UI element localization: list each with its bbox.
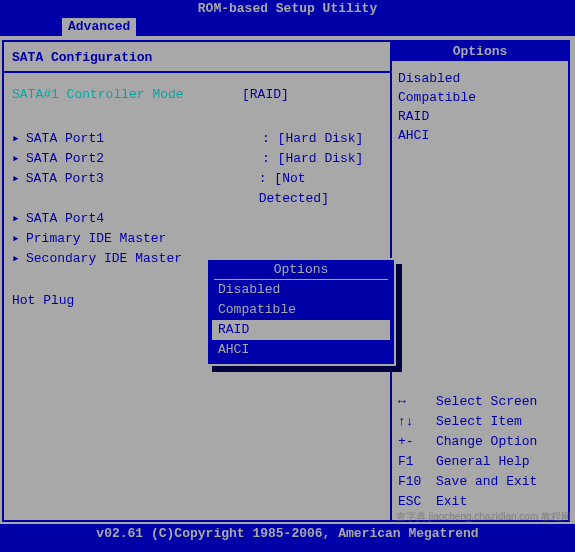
key-sym: ↔: [398, 392, 436, 412]
triangle-icon: ▸: [12, 229, 26, 249]
tab-row: Advanced: [0, 18, 575, 36]
key-row: F10Save and Exit: [398, 472, 562, 492]
port-label: SATA Port4: [26, 209, 262, 229]
key-row: ESCExit: [398, 492, 562, 512]
key-row: F1General Help: [398, 452, 562, 472]
triangle-icon: ▸: [12, 129, 26, 149]
sata-port2-row[interactable]: ▸ SATA Port2 : [Hard Disk]: [12, 149, 382, 169]
options-popup: Options Disabled Compatible RAID AHCI: [206, 258, 396, 366]
controller-mode-row[interactable]: SATA#1 Controller Mode [RAID]: [12, 85, 382, 105]
key-sym: +-: [398, 432, 436, 452]
divider: [4, 71, 390, 73]
triangle-icon: ▸: [12, 249, 26, 269]
key-row: ↔Select Screen: [398, 392, 562, 412]
help-option: Disabled: [398, 69, 562, 88]
triangle-icon: ▸: [12, 169, 26, 209]
port-label: Primary IDE Master: [26, 229, 262, 249]
controller-mode-label: SATA#1 Controller Mode: [12, 85, 242, 105]
port-list: ▸ SATA Port1 : [Hard Disk] ▸ SATA Port2 …: [12, 129, 382, 269]
key-row: ↑↓Select Item: [398, 412, 562, 432]
popup-option-ahci[interactable]: AHCI: [208, 340, 394, 360]
key-desc: Save and Exit: [436, 472, 537, 492]
key-sym: F1: [398, 452, 436, 472]
key-sym: ESC: [398, 492, 436, 512]
popup-title: Options: [214, 260, 388, 280]
port-label: SATA Port2: [26, 149, 262, 169]
port-value: : [Hard Disk]: [262, 129, 363, 149]
port-value: : [Not Detected]: [259, 169, 382, 209]
sata-port4-row[interactable]: ▸ SATA Port4: [12, 209, 382, 229]
primary-ide-row[interactable]: ▸ Primary IDE Master: [12, 229, 382, 249]
popup-option-raid[interactable]: RAID: [212, 320, 390, 340]
title-bar: ROM-based Setup Utility: [0, 0, 575, 18]
triangle-icon: ▸: [12, 149, 26, 169]
section-title: SATA Configuration: [12, 50, 382, 65]
sata-port1-row[interactable]: ▸ SATA Port1 : [Hard Disk]: [12, 129, 382, 149]
left-pane: SATA Configuration SATA#1 Controller Mod…: [2, 40, 392, 522]
help-option: RAID: [398, 107, 562, 126]
help-options-list: Disabled Compatible RAID AHCI: [398, 69, 562, 145]
watermark: 查字典 jiaocheng.chazidian.com 教程网: [396, 510, 571, 524]
help-option: AHCI: [398, 126, 562, 145]
sata-port3-row[interactable]: ▸ SATA Port3 : [Not Detected]: [12, 169, 382, 209]
popup-option-compatible[interactable]: Compatible: [208, 300, 394, 320]
port-value: : [Hard Disk]: [262, 149, 363, 169]
help-option: Compatible: [398, 88, 562, 107]
key-desc: Change Option: [436, 432, 537, 452]
key-desc: Exit: [436, 492, 467, 512]
key-desc: Select Screen: [436, 392, 537, 412]
key-sym: ↑↓: [398, 412, 436, 432]
key-desc: Select Item: [436, 412, 522, 432]
right-pane: Options Disabled Compatible RAID AHCI ↔S…: [392, 40, 570, 522]
key-hints: ↔Select Screen ↑↓Select Item +-Change Op…: [398, 392, 562, 512]
key-sym: F10: [398, 472, 436, 492]
main-area: SATA Configuration SATA#1 Controller Mod…: [0, 36, 575, 524]
help-pane: Options Disabled Compatible RAID AHCI: [398, 50, 562, 145]
controller-mode-value: [RAID]: [242, 85, 289, 105]
tab-advanced[interactable]: Advanced: [62, 18, 136, 36]
popup-option-disabled[interactable]: Disabled: [208, 280, 394, 300]
port-label: SATA Port3: [26, 169, 259, 209]
help-title: Options: [392, 42, 568, 61]
triangle-icon: ▸: [12, 209, 26, 229]
key-desc: General Help: [436, 452, 530, 472]
footer: v02.61 (C)Copyright 1985-2006, American …: [0, 524, 575, 544]
port-label: SATA Port1: [26, 129, 262, 149]
key-row: +-Change Option: [398, 432, 562, 452]
